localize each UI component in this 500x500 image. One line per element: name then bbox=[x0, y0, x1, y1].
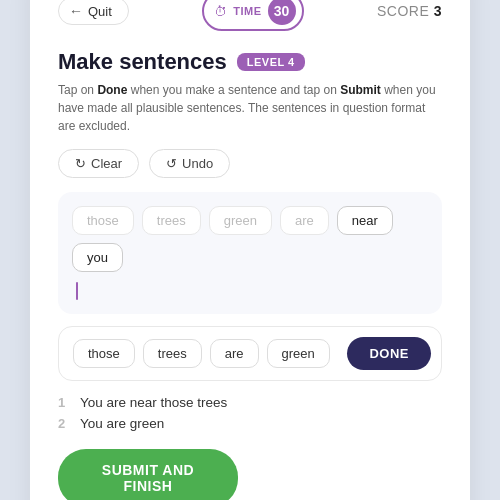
main-card: ← Quit ⏱ TIME 30 SCORE 3 Make sentences … bbox=[30, 0, 470, 500]
score-label: SCORE bbox=[377, 3, 429, 19]
timer-value: 30 bbox=[268, 0, 296, 25]
sentence-text-2: You are green bbox=[80, 416, 164, 431]
cursor-area bbox=[72, 282, 428, 304]
header: ← Quit ⏱ TIME 30 SCORE 3 bbox=[58, 0, 442, 31]
sentence-number-2: 2 bbox=[58, 416, 72, 431]
answer-row: those trees are green DONE bbox=[58, 326, 442, 381]
word-chip-those[interactable]: those bbox=[72, 206, 134, 235]
title-row: Make sentences LEVEL 4 bbox=[58, 49, 442, 75]
score-value: 3 bbox=[434, 3, 442, 19]
quit-label: Quit bbox=[88, 4, 112, 19]
list-item: 2 You are green bbox=[58, 416, 442, 431]
answer-chip-green[interactable]: green bbox=[267, 339, 330, 368]
text-cursor bbox=[76, 282, 78, 300]
word-chip-trees[interactable]: trees bbox=[142, 206, 201, 235]
subtitle: Tap on Done when you make a sentence and… bbox=[58, 81, 442, 135]
word-chip-near[interactable]: near bbox=[337, 206, 393, 235]
sentence-number-1: 1 bbox=[58, 395, 72, 410]
refresh-icon: ↻ bbox=[75, 156, 86, 171]
timer-label: TIME bbox=[233, 5, 261, 17]
list-item: 1 You are near those trees bbox=[58, 395, 442, 410]
action-buttons: ↻ Clear ↺ Undo bbox=[58, 149, 442, 178]
undo-icon: ↺ bbox=[166, 156, 177, 171]
undo-label: Undo bbox=[182, 156, 213, 171]
answer-chip-trees[interactable]: trees bbox=[143, 339, 202, 368]
word-chip-you[interactable]: you bbox=[72, 243, 123, 272]
left-arrow-icon: ← bbox=[69, 3, 83, 19]
word-row: those trees green are near you bbox=[72, 206, 428, 272]
clear-button[interactable]: ↻ Clear bbox=[58, 149, 139, 178]
word-chip-are[interactable]: are bbox=[280, 206, 329, 235]
timer-icon: ⏱ bbox=[214, 4, 227, 19]
done-button[interactable]: DONE bbox=[347, 337, 431, 370]
submit-button[interactable]: SUBMIT AND FINISH bbox=[58, 449, 238, 500]
word-chip-green[interactable]: green bbox=[209, 206, 272, 235]
level-badge: LEVEL 4 bbox=[237, 53, 305, 71]
page-title: Make sentences bbox=[58, 49, 227, 75]
answer-chip-are[interactable]: are bbox=[210, 339, 259, 368]
clear-label: Clear bbox=[91, 156, 122, 171]
score-display: SCORE 3 bbox=[377, 2, 442, 20]
answer-chip-those[interactable]: those bbox=[73, 339, 135, 368]
word-bank: those trees green are near you bbox=[58, 192, 442, 314]
sentences-list: 1 You are near those trees 2 You are gre… bbox=[58, 395, 442, 431]
quit-button[interactable]: ← Quit bbox=[58, 0, 129, 25]
timer-pill: ⏱ TIME 30 bbox=[202, 0, 303, 31]
undo-button[interactable]: ↺ Undo bbox=[149, 149, 230, 178]
sentence-text-1: You are near those trees bbox=[80, 395, 227, 410]
